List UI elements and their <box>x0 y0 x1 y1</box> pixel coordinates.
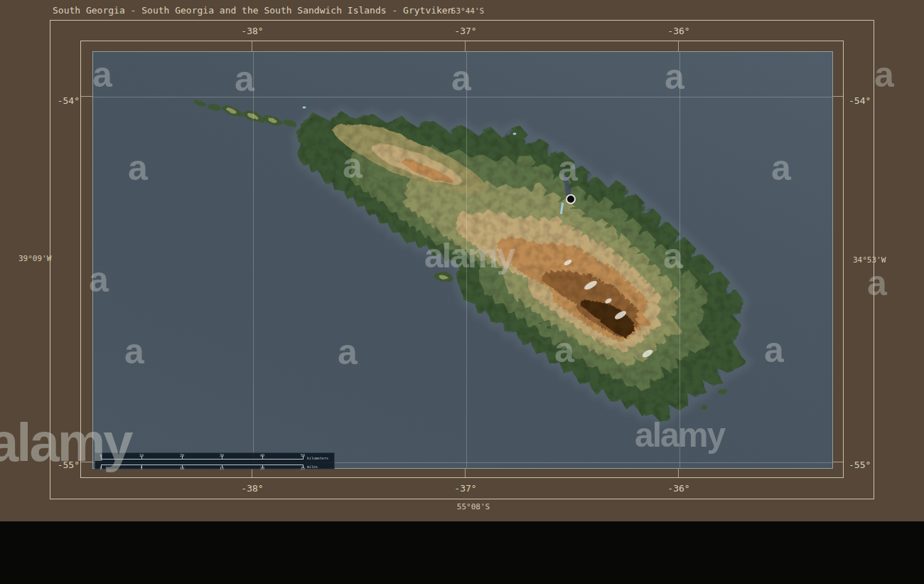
graticule-connector <box>678 468 679 478</box>
lat-label-left-55: -55° <box>48 460 80 470</box>
west-corner-coordinate: 39°09'W <box>18 254 51 263</box>
lon-label-bottom-38: -38° <box>235 483 270 494</box>
scale-mile-label: 15 <box>215 467 229 470</box>
lat-label-right-55: -55° <box>849 460 880 470</box>
graticule-meridian-37 <box>466 52 467 468</box>
scale-mile-label: 0 <box>94 467 108 470</box>
scale-mile-unit: miles <box>307 465 318 469</box>
graticule-connector <box>832 96 844 97</box>
scale-mile-label: 10 <box>175 467 189 470</box>
lat-label-right-54: -54° <box>849 95 880 106</box>
lon-label-top-36: -36° <box>661 26 697 36</box>
scale-bar: 0 10 20 30 40 50 kilometers 0 5 10 15 20 <box>95 452 335 469</box>
graticule-parallel-54 <box>93 97 832 97</box>
map-area: 0 10 20 30 40 50 kilometers 0 5 10 15 20 <box>92 51 833 469</box>
map-title: South Georgia - South Georgia and the So… <box>53 5 453 16</box>
scale-mile-label: 5 <box>134 467 149 470</box>
relief-map <box>93 52 832 468</box>
graticule-meridian-36 <box>679 52 680 468</box>
scale-bar-km-line <box>101 459 303 460</box>
lon-label-top-38: -38° <box>235 26 270 36</box>
map-artwork: South Georgia - South Georgia and the So… <box>0 0 924 521</box>
graticule-connector <box>832 462 844 462</box>
watermark-letter: a <box>874 57 893 92</box>
scale-km-unit: kilometers <box>307 457 328 460</box>
scale-km-label: 30 <box>215 454 229 457</box>
graticule-connector <box>252 468 252 478</box>
scale-km-label: 10 <box>134 454 149 457</box>
lon-label-bottom-36: -36° <box>661 483 697 494</box>
graticule-meridian-38 <box>253 52 254 468</box>
graticule-connector <box>465 41 466 51</box>
graticule-connector <box>81 462 92 462</box>
bottom-corner-coordinate: 55°08'S <box>438 502 509 511</box>
graticule-connector <box>678 41 679 51</box>
graticule-connector <box>465 468 466 478</box>
footer-bar: alamy Image ID: 2WAHYP8 www.alamy.com <box>0 521 924 584</box>
stock-map-image: South Georgia - South Georgia and the So… <box>0 0 924 584</box>
scale-km-label: 20 <box>175 454 189 457</box>
lon-label-bottom-37: -37° <box>448 483 483 494</box>
scale-km-label: 0 <box>94 454 108 457</box>
lon-label-top-37: -37° <box>448 26 483 36</box>
graticule-connector <box>252 41 252 51</box>
scale-mile-label: 20 <box>255 467 269 470</box>
lat-label-left-54: -54° <box>48 95 80 106</box>
east-corner-coordinate: 34°53'W <box>853 255 886 265</box>
graticule-connector <box>81 96 92 97</box>
scale-bar-mile-line <box>101 464 303 465</box>
scale-km-label: 40 <box>255 454 269 457</box>
grytviken-marker <box>566 194 576 204</box>
top-corner-coordinate: 53°44'S <box>432 6 503 16</box>
